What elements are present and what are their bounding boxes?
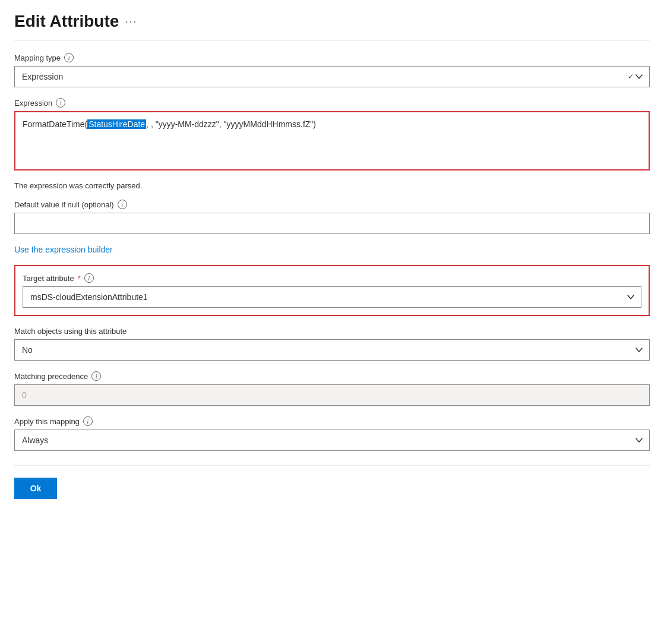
- target-attribute-info-icon[interactable]: i: [84, 273, 94, 283]
- expression-info-icon[interactable]: i: [56, 98, 65, 108]
- default-value-group: Default value if null (optional) i: [14, 200, 650, 234]
- expression-after: , , "yyyy-MM-ddzzz", "yyyyMMddHHmmss.fZ"…: [146, 119, 316, 129]
- target-attribute-group: Target attribute * i msDS-cloudExtension…: [23, 273, 641, 308]
- title-ellipsis: ···: [125, 15, 137, 28]
- default-value-info-icon[interactable]: i: [118, 200, 127, 209]
- default-value-label: Default value if null (optional) i: [14, 200, 650, 209]
- match-objects-group: Match objects using this attribute No Ye…: [14, 327, 650, 361]
- expression-builder-link[interactable]: Use the expression builder: [14, 245, 113, 254]
- target-attribute-label: Target attribute * i: [23, 273, 641, 283]
- expression-highlighted: StatusHireDate: [87, 119, 146, 129]
- target-attribute-section: Target attribute * i msDS-cloudExtension…: [14, 265, 650, 316]
- default-value-input[interactable]: [14, 213, 650, 234]
- ok-button[interactable]: Ok: [14, 478, 57, 499]
- expression-group: Expression i FormatDateTime(StatusHireDa…: [14, 98, 650, 171]
- parse-success-message: The expression was correctly parsed.: [14, 181, 650, 190]
- expression-input[interactable]: FormatDateTime(StatusHireDate, , "yyyy-M…: [14, 111, 650, 171]
- matching-precedence-info-icon[interactable]: i: [91, 371, 101, 381]
- target-attribute-select-wrapper: msDS-cloudExtensionAttribute1: [23, 286, 641, 308]
- page-title: Edit Attribute ···: [14, 12, 650, 31]
- apply-mapping-group: Apply this mapping i Always Only during …: [14, 416, 650, 451]
- matching-precedence-input: [14, 384, 650, 406]
- matching-precedence-label: Matching precedence i: [14, 371, 650, 381]
- match-objects-select[interactable]: No Yes: [14, 339, 650, 361]
- expression-label: Expression i: [14, 98, 650, 108]
- target-attribute-select[interactable]: msDS-cloudExtensionAttribute1: [23, 286, 641, 308]
- expression-before: FormatDateTime(: [23, 119, 87, 129]
- apply-mapping-info-icon[interactable]: i: [83, 416, 93, 426]
- apply-mapping-label: Apply this mapping i: [14, 416, 650, 426]
- top-divider: [14, 40, 650, 41]
- mapping-type-select-wrapper: Expression Direct Constant ✓: [14, 66, 650, 87]
- mapping-type-label: Mapping type i: [14, 53, 650, 62]
- mapping-type-info-icon[interactable]: i: [64, 53, 74, 62]
- match-objects-label: Match objects using this attribute: [14, 327, 650, 336]
- matching-precedence-group: Matching precedence i: [14, 371, 650, 406]
- match-objects-select-wrapper: No Yes: [14, 339, 650, 361]
- apply-mapping-select-wrapper: Always Only during object creation Only …: [14, 430, 650, 451]
- bottom-divider: [14, 465, 650, 466]
- required-indicator: *: [78, 274, 81, 283]
- mapping-type-group: Mapping type i Expression Direct Constan…: [14, 53, 650, 87]
- mapping-type-select[interactable]: Expression Direct Constant: [14, 66, 650, 87]
- title-text: Edit Attribute: [14, 12, 119, 31]
- apply-mapping-select[interactable]: Always Only during object creation Only …: [14, 430, 650, 451]
